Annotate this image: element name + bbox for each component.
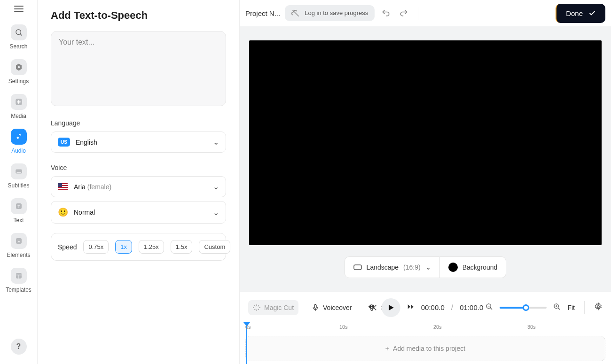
speed-option[interactable]: 1x — [115, 240, 132, 254]
sidebar-item-search[interactable]: Search — [0, 23, 37, 52]
sidebar-item-subtitles[interactable]: Subtitles — [0, 162, 37, 191]
templates-icon — [11, 268, 27, 284]
timeline-ruler[interactable]: 0s 10s 20s 30s 40s 50s 1m — [240, 323, 611, 333]
svg-rect-7 — [16, 170, 22, 174]
redo-button[interactable] — [397, 7, 410, 20]
sparkle-icon — [253, 304, 260, 311]
speed-option[interactable]: Custom — [199, 240, 230, 254]
menu-button[interactable] — [14, 6, 24, 12]
sidebar-item-text[interactable]: T Text — [0, 196, 37, 225]
magic-cut-button[interactable]: Magic Cut — [248, 300, 298, 315]
canvas-controls: Landscape (16:9) ⌄ Background — [345, 256, 507, 278]
divider — [584, 301, 585, 314]
sidebar-item-label: Media — [11, 113, 26, 119]
smile-icon: 🙂 — [58, 207, 68, 217]
sidebar-item-label: Audio — [11, 147, 26, 154]
sidebar-item-elements[interactable]: Elements — [0, 231, 37, 260]
check-icon — [588, 9, 596, 17]
sidebar-item-audio[interactable]: Audio — [0, 127, 37, 156]
login-prompt[interactable]: Log in to save progress — [285, 5, 375, 21]
voiceover-button[interactable]: Voiceover — [307, 300, 356, 315]
fit-button[interactable]: Fit — [567, 304, 575, 311]
cloud-off-icon — [291, 9, 300, 17]
aspect-ratio-dropdown[interactable]: Landscape (16:9) ⌄ — [345, 256, 440, 278]
skip-forward-button[interactable] — [407, 303, 415, 312]
project-name[interactable]: Project N... — [245, 9, 280, 17]
zoom-slider[interactable] — [500, 307, 547, 309]
canvas-area: Landscape (16:9) ⌄ Background — [240, 26, 611, 292]
sidebar-item-settings[interactable]: Settings — [0, 57, 37, 86]
microphone-icon — [312, 304, 319, 311]
ruler-mark: 20s — [433, 324, 442, 330]
us-badge-icon: US — [58, 138, 70, 147]
sidebar-item-label: Subtitles — [8, 182, 29, 189]
ruler-mark: 10s — [339, 324, 348, 330]
svg-marker-24 — [389, 305, 394, 310]
voice-dropdown[interactable]: Aria (female) ⌄ — [51, 176, 226, 197]
landscape-icon — [353, 264, 362, 270]
undo-button[interactable] — [379, 7, 392, 20]
background-picker[interactable]: Background — [440, 256, 507, 278]
plus-icon — [11, 94, 27, 110]
sidebar-item-label: Search — [9, 43, 27, 50]
svg-marker-26 — [411, 304, 413, 309]
chevron-down-icon: ⌄ — [213, 182, 219, 191]
speed-option[interactable]: 1.25x — [139, 240, 164, 254]
timeline-settings-button[interactable] — [594, 302, 603, 313]
timeline-toolbar: Magic Cut Voiceover Split 00 — [240, 292, 611, 323]
topbar: Project N... Log in to save progress Don… — [240, 0, 611, 26]
language-label: Language — [51, 119, 226, 127]
speed-option[interactable]: 0.75x — [83, 240, 109, 254]
zoom-controls: Fit — [486, 301, 603, 314]
sidebar-item-label: Settings — [8, 78, 29, 85]
svg-point-34 — [597, 305, 600, 308]
svg-line-29 — [490, 308, 492, 310]
text-icon: T — [11, 198, 27, 214]
voice-style: Normal — [74, 209, 95, 216]
main-area: Project N... Log in to save progress Don… — [240, 0, 611, 364]
divider — [418, 7, 418, 20]
help-button[interactable]: ? — [11, 339, 27, 355]
skip-back-button[interactable] — [368, 303, 375, 312]
sidebar-item-label: Text — [13, 217, 24, 224]
us-flag-icon — [58, 183, 68, 191]
ruler-mark: 30s — [527, 324, 536, 330]
svg-marker-23 — [371, 304, 374, 309]
svg-line-15 — [292, 10, 299, 16]
chevron-down-icon: ⌄ — [213, 208, 219, 217]
search-icon — [11, 24, 27, 40]
chevron-down-icon: ⌄ — [425, 263, 431, 271]
chevron-down-icon: ⌄ — [213, 138, 219, 147]
time-total: 01:00.0 — [460, 303, 483, 311]
voice-style-dropdown[interactable]: 🙂 Normal ⌄ — [51, 201, 226, 224]
language-dropdown[interactable]: US English ⌄ — [51, 132, 226, 153]
audio-icon — [11, 129, 27, 145]
settings-icon — [11, 59, 27, 75]
play-button[interactable] — [382, 298, 400, 317]
sidebar-item-templates[interactable]: Templates — [0, 266, 37, 295]
svg-rect-16 — [354, 265, 361, 270]
timeline: 0s 10s 20s 30s 40s 50s 1m + Add media to… — [240, 323, 611, 364]
elements-icon — [11, 233, 27, 249]
tts-text-input[interactable] — [51, 31, 226, 106]
panel-title: Add Text-to-Speech — [51, 9, 226, 22]
sidebar-item-media[interactable]: Media — [0, 92, 37, 121]
color-swatch-icon — [448, 263, 458, 272]
sidebar-item-label: Elements — [7, 252, 30, 258]
tts-panel: Add Text-to-Speech Language US English ⌄… — [38, 0, 240, 364]
speed-label: Speed — [58, 243, 77, 251]
plus-icon: + — [385, 345, 389, 352]
speed-option[interactable]: 1.5x — [171, 240, 193, 254]
add-media-track[interactable]: + Add media to this project — [245, 336, 605, 361]
svg-text:T: T — [17, 204, 20, 209]
sidebar-item-label: Templates — [6, 287, 31, 293]
zoom-out-button[interactable] — [486, 303, 493, 312]
speed-selector: Speed 0.75x 1x 1.25x 1.5x Custom — [51, 233, 226, 261]
time-current: 00:00.0 — [421, 303, 445, 311]
voice-label: Voice — [51, 164, 226, 171]
language-value: English — [76, 139, 97, 146]
done-button[interactable]: Done — [556, 4, 605, 23]
svg-point-0 — [16, 30, 21, 35]
zoom-in-button[interactable] — [553, 303, 561, 312]
video-canvas[interactable] — [249, 40, 602, 245]
